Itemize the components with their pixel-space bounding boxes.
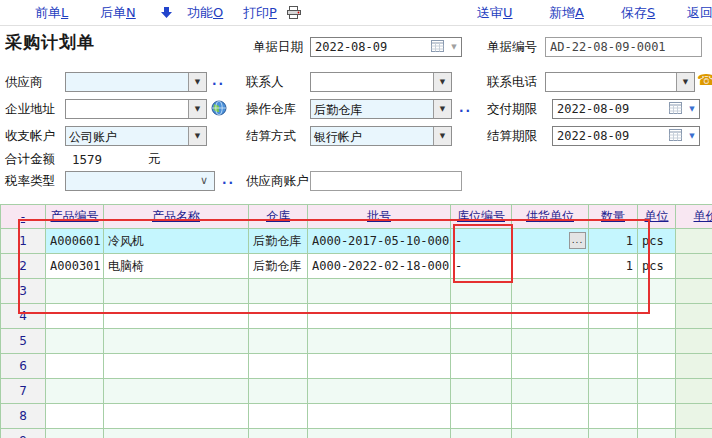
globe-icon[interactable]	[211, 100, 227, 119]
table-cell[interactable]: pcs	[638, 254, 676, 279]
table-cell[interactable]	[512, 404, 589, 429]
table-cell[interactable]	[451, 304, 512, 329]
table-cell[interactable]	[308, 279, 451, 304]
table-cell[interactable]	[638, 429, 676, 438]
table-cell[interactable]	[308, 354, 451, 379]
next-doc-button[interactable]: 后单N	[100, 4, 136, 22]
row-number-cell[interactable]: 4	[1, 304, 46, 329]
table-cell[interactable]	[104, 404, 249, 429]
table-cell[interactable]	[451, 354, 512, 379]
chevron-down-icon[interactable]: ▼	[685, 105, 699, 113]
table-cell[interactable]	[249, 379, 308, 404]
table-cell[interactable]: 1	[589, 229, 638, 254]
col-header-batch-no[interactable]: 批号	[308, 205, 451, 229]
table-cell[interactable]	[512, 304, 589, 329]
table-cell[interactable]: ...	[512, 229, 589, 254]
table-cell[interactable]	[451, 404, 512, 429]
pay-account-select[interactable]: 公司账户 ▼	[65, 126, 207, 146]
row-number-cell[interactable]: 6	[1, 354, 46, 379]
table-cell[interactable]	[638, 329, 676, 354]
table-cell[interactable]	[104, 279, 249, 304]
table-cell[interactable]	[676, 404, 712, 429]
table-cell[interactable]	[676, 329, 712, 354]
phone-select[interactable]: ▼	[545, 72, 695, 92]
table-cell[interactable]	[104, 379, 249, 404]
table-cell[interactable]	[512, 354, 589, 379]
table-cell[interactable]	[46, 354, 104, 379]
supplier-more-button[interactable]: ..	[212, 74, 225, 88]
table-cell[interactable]	[512, 379, 589, 404]
table-cell[interactable]	[676, 254, 712, 279]
table-cell[interactable]	[512, 329, 589, 354]
chevron-down-icon[interactable]: ▼	[433, 73, 451, 91]
chevron-down-icon[interactable]: ▼	[188, 73, 206, 91]
table-cell[interactable]	[308, 304, 451, 329]
op-warehouse-select[interactable]: 后勤仓库 ▼	[310, 99, 452, 119]
table-cell[interactable]	[46, 379, 104, 404]
save-button[interactable]: 保存S	[621, 4, 655, 22]
chevron-down-icon[interactable]: ▼	[447, 43, 461, 51]
table-cell[interactable]	[249, 279, 308, 304]
doc-date-field[interactable]: 2022-08-09 ▼	[310, 37, 462, 57]
table-cell[interactable]	[638, 379, 676, 404]
chevron-down-icon[interactable]: ▼	[188, 127, 206, 145]
table-cell[interactable]: 后勤仓库	[249, 229, 308, 254]
table-cell[interactable]	[589, 329, 638, 354]
table-cell[interactable]	[104, 329, 249, 354]
table-cell[interactable]	[589, 429, 638, 438]
table-cell[interactable]	[46, 279, 104, 304]
row-number-cell[interactable]: 8	[1, 404, 46, 429]
row-number-cell[interactable]: 7	[1, 379, 46, 404]
submit-review-button[interactable]: 送审U	[477, 4, 513, 22]
address-select[interactable]: ▼	[65, 99, 207, 119]
col-header-warehouse[interactable]: 仓库	[249, 205, 308, 229]
table-cell[interactable]	[104, 354, 249, 379]
table-cell[interactable]	[451, 279, 512, 304]
table-cell[interactable]: 后勤仓库	[249, 254, 308, 279]
table-cell[interactable]	[249, 429, 308, 438]
table-cell[interactable]	[638, 304, 676, 329]
col-header-unit[interactable]: 单位	[638, 205, 676, 229]
chevron-down-icon[interactable]: ▼	[685, 132, 699, 140]
table-cell[interactable]: pcs	[638, 229, 676, 254]
table-cell[interactable]	[589, 304, 638, 329]
col-header-index[interactable]: -	[1, 205, 46, 229]
chevron-down-icon[interactable]: ▼	[433, 100, 451, 118]
supply-unit-ellipsis-button[interactable]: ...	[569, 232, 586, 249]
table-cell[interactable]	[46, 304, 104, 329]
table-cell[interactable]	[308, 404, 451, 429]
tax-type-select[interactable]: ∨	[65, 171, 215, 191]
contact-select[interactable]: ▼	[310, 72, 452, 92]
table-cell[interactable]	[676, 354, 712, 379]
table-cell[interactable]	[512, 279, 589, 304]
table-cell[interactable]	[676, 279, 712, 304]
table-cell[interactable]	[104, 304, 249, 329]
delivery-deadline-field[interactable]: 2022-08-09 ▼	[552, 99, 700, 119]
table-cell[interactable]	[638, 354, 676, 379]
table-cell[interactable]	[308, 329, 451, 354]
table-cell[interactable]	[46, 404, 104, 429]
table-cell[interactable]: -	[451, 229, 512, 254]
doc-no-input[interactable]	[545, 37, 702, 57]
table-cell[interactable]: 冷风机	[104, 229, 249, 254]
table-cell[interactable]: A000-2022-02-18-0003	[308, 254, 451, 279]
table-cell[interactable]	[589, 404, 638, 429]
settle-deadline-field[interactable]: 2022-08-09 ▼	[552, 126, 700, 146]
table-cell[interactable]: A000-2017-05-10-0005	[308, 229, 451, 254]
table-cell[interactable]	[676, 429, 712, 438]
col-header-location-no[interactable]: 库位编号	[451, 205, 512, 229]
prev-doc-button[interactable]: 前单L	[35, 4, 68, 22]
chevron-down-icon[interactable]: ▼	[676, 73, 694, 91]
chevron-down-icon[interactable]: ∨	[194, 172, 214, 190]
row-number-cell[interactable]: 2	[1, 254, 46, 279]
table-cell[interactable]	[249, 304, 308, 329]
table-cell[interactable]	[104, 429, 249, 438]
table-cell[interactable]	[676, 379, 712, 404]
table-cell[interactable]	[249, 404, 308, 429]
table-cell[interactable]	[451, 329, 512, 354]
table-cell[interactable]	[589, 279, 638, 304]
table-cell[interactable]	[676, 304, 712, 329]
table-cell[interactable]	[638, 279, 676, 304]
print-button[interactable]: 打印P	[243, 4, 277, 22]
table-cell[interactable]	[589, 379, 638, 404]
